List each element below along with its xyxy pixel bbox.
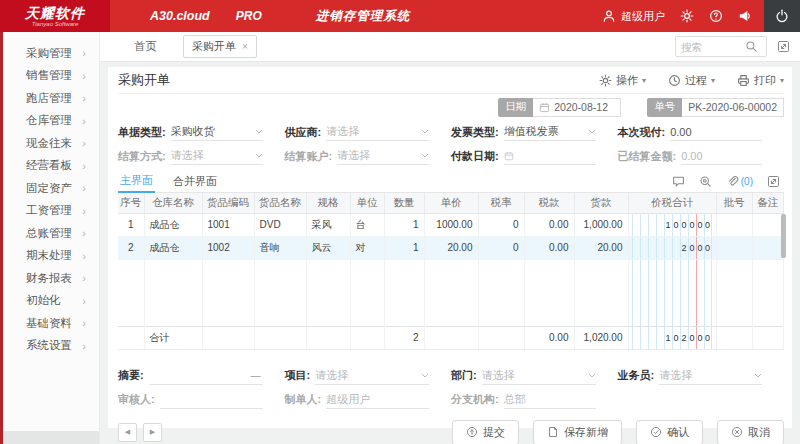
department-select[interactable]: 请选择 — [482, 367, 596, 385]
grid-fullscreen-icon[interactable] — [767, 175, 780, 188]
cell-batch[interactable] — [716, 236, 752, 259]
settle-method-select[interactable]: 请选择 — [171, 147, 263, 165]
cell-tax_rate[interactable] — [478, 282, 524, 304]
vertical-scrollbar[interactable] — [781, 214, 786, 258]
cell-spec[interactable]: 采风 — [306, 213, 350, 236]
cell-digits[interactable]: 2000 — [628, 236, 716, 259]
cell-tax_rate[interactable]: 0 — [478, 236, 524, 259]
print-menu-button[interactable]: 打印 ▾ — [737, 73, 784, 88]
tab-home[interactable]: 首页 — [134, 39, 157, 54]
sidebar-item-4[interactable]: 仓库管理› — [0, 110, 99, 133]
logout-button[interactable] — [764, 0, 800, 32]
cell-batch[interactable] — [716, 282, 752, 304]
invoice-type-select[interactable]: 增值税发票 — [504, 123, 596, 141]
cell-spec[interactable] — [306, 259, 350, 282]
cell-amount[interactable] — [574, 282, 628, 304]
horizontal-scrollbar[interactable] — [3, 431, 99, 444]
cell-batch[interactable] — [716, 304, 752, 327]
cell-seq[interactable]: 1 — [118, 213, 144, 236]
cell-code[interactable]: 1001 — [202, 213, 254, 236]
cell-name[interactable] — [254, 304, 306, 327]
summary-input[interactable]: — — [149, 367, 263, 385]
summary-picker[interactable]: — — [251, 370, 263, 381]
auditor-input[interactable] — [160, 391, 263, 409]
cell-qty[interactable] — [384, 282, 424, 304]
cell-note[interactable] — [752, 259, 784, 282]
cell-batch[interactable] — [716, 213, 752, 236]
submit-button[interactable]: 提交 — [452, 420, 519, 444]
cell-seq[interactable] — [118, 282, 144, 304]
cell-digits[interactable] — [628, 304, 716, 327]
confirm-button[interactable]: 确认 — [636, 420, 703, 444]
cell-digits[interactable] — [628, 259, 716, 282]
cell-price[interactable] — [424, 259, 478, 282]
cell-spec[interactable] — [306, 304, 350, 327]
cell-amount[interactable]: 1,000.00 — [574, 213, 628, 236]
cell-note[interactable] — [752, 236, 784, 259]
creator-input[interactable]: 超级用户 — [326, 391, 429, 409]
prev-page-button[interactable]: ◀ — [118, 423, 137, 442]
cell-warehouse[interactable] — [144, 282, 202, 304]
cell-code[interactable]: 1002 — [202, 236, 254, 259]
cell-price[interactable] — [424, 282, 478, 304]
cell-price[interactable]: 20.00 — [424, 236, 478, 259]
cell-tax_rate[interactable] — [478, 304, 524, 327]
cell-digits[interactable]: 100000 — [628, 213, 716, 236]
cell-qty[interactable]: 1 — [384, 236, 424, 259]
cell-unit[interactable] — [350, 259, 384, 282]
cell-batch[interactable] — [716, 259, 752, 282]
operation-menu-button[interactable]: 操作 ▾ — [599, 73, 646, 88]
cell-tax_rate[interactable]: 0 — [478, 213, 524, 236]
cell-tax_rate[interactable] — [478, 259, 524, 282]
salesman-select[interactable]: 请选择 — [659, 367, 762, 385]
cell-seq[interactable] — [118, 304, 144, 327]
cell-note[interactable] — [752, 213, 784, 236]
item-lookup-icon[interactable] — [699, 175, 712, 188]
cell-spec[interactable]: 风云 — [306, 236, 350, 259]
tab-purchase-order[interactable]: 采购开单 × — [183, 35, 257, 58]
fullscreen-icon[interactable] — [777, 40, 790, 53]
tab-close-icon[interactable]: × — [242, 41, 248, 52]
cash-paid-input[interactable]: 0.00 — [670, 123, 762, 141]
user-menu[interactable]: 超级用户 — [602, 9, 665, 24]
next-page-button[interactable]: ▶ — [143, 423, 162, 442]
cell-code[interactable] — [202, 282, 254, 304]
search-input[interactable] — [681, 41, 745, 53]
sidebar-item-1[interactable]: 采购管理› — [0, 42, 99, 65]
cell-price[interactable] — [424, 304, 478, 327]
cell-amount[interactable] — [574, 259, 628, 282]
cell-warehouse[interactable]: 成品仓 — [144, 236, 202, 259]
sidebar-item-5[interactable]: 现金往来› — [0, 132, 99, 155]
comment-icon[interactable] — [672, 175, 685, 188]
doc-type-select[interactable]: 采购收货 — [171, 123, 263, 141]
settle-account-select[interactable]: 请选择 — [337, 147, 429, 165]
cell-seq[interactable]: 2 — [118, 236, 144, 259]
pay-date-input[interactable] — [504, 147, 596, 165]
sidebar-item-7[interactable]: 固定资产› — [0, 177, 99, 200]
cell-seq[interactable] — [118, 259, 144, 282]
cell-tax[interactable] — [524, 304, 574, 327]
cancel-button[interactable]: 取消 — [717, 420, 784, 444]
cell-unit[interactable]: 台 — [350, 213, 384, 236]
process-menu-button[interactable]: 过程 ▾ — [668, 73, 715, 88]
sidebar-item-13[interactable]: 基础资料› — [0, 312, 99, 335]
cell-unit[interactable] — [350, 304, 384, 327]
doc-date-field[interactable]: 日期 2020-08-12 — [498, 98, 621, 117]
cell-code[interactable] — [202, 259, 254, 282]
settings-icon[interactable] — [680, 9, 694, 23]
cell-tax[interactable] — [524, 282, 574, 304]
sidebar-item-11[interactable]: 财务报表› — [0, 267, 99, 290]
cell-digits[interactable] — [628, 282, 716, 304]
sidebar-item-14[interactable]: 系统设置› — [0, 335, 99, 358]
cell-note[interactable] — [752, 304, 784, 327]
cell-code[interactable] — [202, 304, 254, 327]
cell-unit[interactable]: 对 — [350, 236, 384, 259]
cell-unit[interactable] — [350, 282, 384, 304]
cell-spec[interactable] — [306, 282, 350, 304]
save-new-button[interactable]: 保存新增 — [533, 420, 622, 444]
cell-warehouse[interactable] — [144, 304, 202, 327]
cell-warehouse[interactable]: 成品仓 — [144, 213, 202, 236]
project-select[interactable]: 请选择 — [315, 367, 429, 385]
cell-name[interactable]: DVD — [254, 213, 306, 236]
cell-amount[interactable]: 20.00 — [574, 236, 628, 259]
